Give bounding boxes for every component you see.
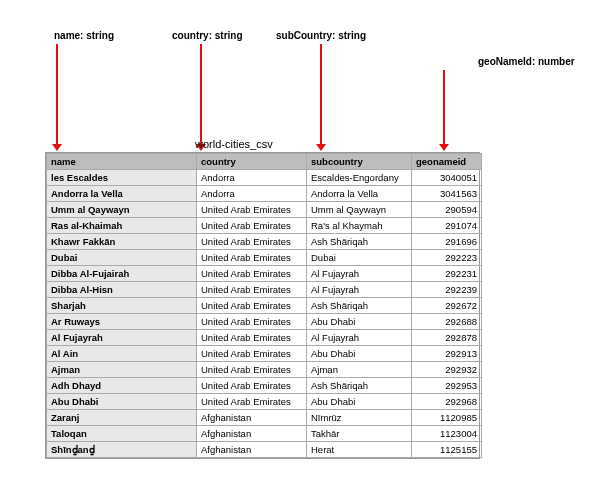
cell-name: Ajman (47, 362, 197, 378)
cell-country: United Arab Emirates (197, 394, 307, 410)
col-subcountry: subcountry (307, 154, 412, 170)
cell-name: Abu Dhabi (47, 394, 197, 410)
cell-geonameid: 291696 (412, 234, 482, 250)
cell-name: les Escaldes (47, 170, 197, 186)
data-table: name country subcountry geonameid les Es… (45, 152, 480, 459)
table-row: Adh DhaydUnited Arab EmiratesAsh Shāriqa… (47, 378, 482, 394)
cell-subcountry: Umm al Qaywayn (307, 202, 412, 218)
cell-geonameid: 292231 (412, 266, 482, 282)
cell-geonameid: 3041563 (412, 186, 482, 202)
cell-name: Sharjah (47, 298, 197, 314)
cell-geonameid: 292239 (412, 282, 482, 298)
cell-name: Khawr Fakkān (47, 234, 197, 250)
cell-name: Umm al Qaywayn (47, 202, 197, 218)
cell-country: United Arab Emirates (197, 314, 307, 330)
cell-country: United Arab Emirates (197, 250, 307, 266)
cell-country: United Arab Emirates (197, 362, 307, 378)
cell-country: United Arab Emirates (197, 218, 307, 234)
cell-country: United Arab Emirates (197, 266, 307, 282)
cell-geonameid: 291074 (412, 218, 482, 234)
annotation-name: name: string (54, 30, 114, 41)
cell-name: Ar Ruways (47, 314, 197, 330)
cell-geonameid: 292672 (412, 298, 482, 314)
table-row: ZaranjAfghanistanNīmrūz1120985 (47, 410, 482, 426)
table-row: Ar RuwaysUnited Arab EmiratesAbu Dhabi29… (47, 314, 482, 330)
cell-subcountry: Ra's al Khaymah (307, 218, 412, 234)
cell-subcountry: Herat (307, 442, 412, 458)
cell-country: United Arab Emirates (197, 282, 307, 298)
cell-name: Dibba Al-Hisn (47, 282, 197, 298)
table-header-row: name country subcountry geonameid (47, 154, 482, 170)
cell-subcountry: Al Fujayrah (307, 282, 412, 298)
annotation-subcountry: subCountry: string (276, 30, 366, 41)
cell-subcountry: Dubai (307, 250, 412, 266)
table-row: Ras al-KhaimahUnited Arab EmiratesRa's a… (47, 218, 482, 234)
cell-name: Taloqan (47, 426, 197, 442)
table-row: Umm al QaywaynUnited Arab EmiratesUmm al… (47, 202, 482, 218)
cell-subcountry: Al Fujayrah (307, 266, 412, 282)
cell-subcountry: Escaldes-Engordany (307, 170, 412, 186)
cell-subcountry: Al Fujayrah (307, 330, 412, 346)
cell-subcountry: Ash Shāriqah (307, 234, 412, 250)
cell-subcountry: Abu Dhabi (307, 394, 412, 410)
cell-name: Al Ain (47, 346, 197, 362)
col-country: country (197, 154, 307, 170)
table-row: les EscaldesAndorraEscaldes-Engordany304… (47, 170, 482, 186)
cell-subcountry: Abu Dhabi (307, 346, 412, 362)
cell-country: Afghanistan (197, 410, 307, 426)
table-row: AjmanUnited Arab EmiratesAjman292932 (47, 362, 482, 378)
cell-subcountry: Nīmrūz (307, 410, 412, 426)
cell-country: Afghanistan (197, 442, 307, 458)
cell-country: United Arab Emirates (197, 330, 307, 346)
cell-country: United Arab Emirates (197, 378, 307, 394)
arrow-icon (320, 44, 322, 150)
table-row: Khawr FakkānUnited Arab EmiratesAsh Shār… (47, 234, 482, 250)
table-row: Al AinUnited Arab EmiratesAbu Dhabi29291… (47, 346, 482, 362)
cell-geonameid: 292968 (412, 394, 482, 410)
arrow-icon (56, 44, 58, 150)
cell-name: Dibba Al-Fujairah (47, 266, 197, 282)
table-row: Abu DhabiUnited Arab EmiratesAbu Dhabi29… (47, 394, 482, 410)
cell-geonameid: 292913 (412, 346, 482, 362)
cell-subcountry: Ajman (307, 362, 412, 378)
cell-subcountry: Andorra la Vella (307, 186, 412, 202)
cell-geonameid: 3040051 (412, 170, 482, 186)
table-row: Dibba Al-FujairahUnited Arab EmiratesAl … (47, 266, 482, 282)
cell-geonameid: 292953 (412, 378, 482, 394)
table-row: TaloqanAfghanistanTakhār1123004 (47, 426, 482, 442)
cell-geonameid: 1125155 (412, 442, 482, 458)
cell-name: Zaranj (47, 410, 197, 426)
cell-subcountry: Abu Dhabi (307, 314, 412, 330)
cell-subcountry: Ash Shāriqah (307, 378, 412, 394)
cell-country: Andorra (197, 186, 307, 202)
cell-geonameid: 292932 (412, 362, 482, 378)
cell-country: United Arab Emirates (197, 298, 307, 314)
col-name: name (47, 154, 197, 170)
cell-subcountry: Takhār (307, 426, 412, 442)
cell-geonameid: 292688 (412, 314, 482, 330)
arrow-icon (443, 70, 445, 150)
cell-geonameid: 292878 (412, 330, 482, 346)
cell-country: United Arab Emirates (197, 202, 307, 218)
table-title: world-cities_csv (195, 138, 273, 150)
cell-geonameid: 1123004 (412, 426, 482, 442)
cell-country: United Arab Emirates (197, 346, 307, 362)
cell-geonameid: 290594 (412, 202, 482, 218)
cell-name: Adh Dhayd (47, 378, 197, 394)
cell-name: Dubai (47, 250, 197, 266)
table-row: Dibba Al-HisnUnited Arab EmiratesAl Fuja… (47, 282, 482, 298)
annotation-geonameid: geoNameId: number (478, 56, 575, 67)
col-geonameid: geonameid (412, 154, 482, 170)
cell-country: United Arab Emirates (197, 234, 307, 250)
cell-name: Andorra la Vella (47, 186, 197, 202)
cell-geonameid: 1120985 (412, 410, 482, 426)
arrow-icon (200, 44, 202, 150)
cell-geonameid: 292223 (412, 250, 482, 266)
cell-country: Andorra (197, 170, 307, 186)
cell-name: Al Fujayrah (47, 330, 197, 346)
cell-name: Ras al-Khaimah (47, 218, 197, 234)
cell-country: Afghanistan (197, 426, 307, 442)
table-row: SharjahUnited Arab EmiratesAsh Shāriqah2… (47, 298, 482, 314)
table-row: Andorra la VellaAndorraAndorra la Vella3… (47, 186, 482, 202)
cell-name: Shīnḏanḏ (47, 442, 197, 458)
